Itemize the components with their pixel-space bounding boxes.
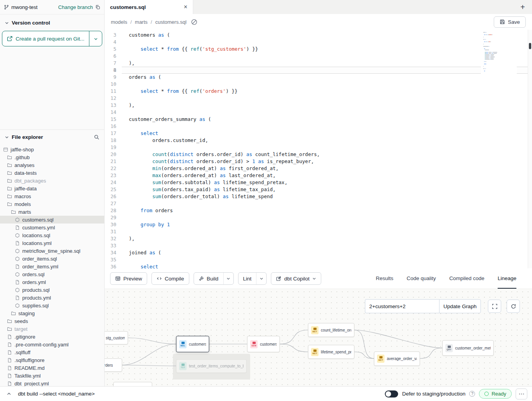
lint-button[interactable]: Lint xyxy=(238,273,256,284)
file-tree-item--sqlfluffignore[interactable]: .sqlfluffignore xyxy=(0,356,104,364)
code-line-28[interactable]: 28 from orders xyxy=(105,207,532,214)
code-line-30[interactable]: 30 group by 1 xyxy=(105,221,532,228)
file-tree-item-macros[interactable]: macros xyxy=(0,192,104,200)
slashed-circle-icon[interactable] xyxy=(190,17,199,27)
file-tree-item-products-yml[interactable]: products.yml xyxy=(0,294,104,302)
file-tree-item-products-sql[interactable]: products.sql xyxy=(0,286,104,294)
file-tree-item-dbt-packages[interactable]: dbt_packages xyxy=(0,177,104,185)
code-line-20[interactable]: 20 count(distinct orders.order_id) as co… xyxy=(105,151,532,158)
preview-button[interactable]: Preview xyxy=(110,272,147,285)
status-badge[interactable]: Ready xyxy=(479,389,512,399)
lineage-panel[interactable]: MDLstg_customersMDLordersMDLcustomersSEM… xyxy=(105,289,532,386)
scrollbar-thumb[interactable] xyxy=(529,43,531,49)
minimap[interactable] xyxy=(481,30,517,84)
more-options-button[interactable]: ⋯ xyxy=(516,389,527,399)
tab-lineage[interactable]: Lineage xyxy=(498,268,516,289)
defer-toggle[interactable] xyxy=(385,390,398,397)
code-line-24[interactable]: 24 sum(orders.subtotal) as lifetime_spen… xyxy=(105,179,532,186)
build-button[interactable]: Build xyxy=(194,273,223,284)
file-tree-item--gitignore[interactable]: .gitignore xyxy=(0,333,104,341)
code-line-7[interactable]: 7), xyxy=(105,60,532,67)
file-tree-item-jaffle-shop[interactable]: jaffle-shop xyxy=(0,145,104,153)
file-tree-item-data-tests[interactable]: data-tests xyxy=(0,169,104,177)
dbt-copilot-button[interactable]: dbt Copilot xyxy=(271,272,321,285)
file-tree-item--github[interactable]: .github xyxy=(0,153,104,161)
build-command-text[interactable]: dbt build --select <model_name> xyxy=(18,391,95,397)
code-line-27[interactable]: 27 xyxy=(105,200,532,207)
file-tree-item-orders-sql[interactable]: orders.sql xyxy=(0,270,104,278)
code-line-4[interactable]: 4 xyxy=(105,39,532,46)
search-icon[interactable] xyxy=(94,134,100,140)
version-control-header[interactable]: Version control xyxy=(0,14,104,31)
file-tree-item-order-items-sql[interactable]: order_items.sql xyxy=(0,255,104,263)
code-line-23[interactable]: 23 max(orders.ordered_at) as last_ordere… xyxy=(105,172,532,179)
code-editor[interactable]: 3customers as (45 select * from {{ ref('… xyxy=(105,30,532,268)
copy-icon[interactable] xyxy=(95,5,100,10)
code-line-32[interactable]: 32), xyxy=(105,235,532,242)
code-line-16[interactable]: 16 xyxy=(105,123,532,130)
file-tree-item--pre-commit-config-yaml[interactable]: .pre-commit-config.yaml xyxy=(0,341,104,348)
lineage-node-average-order-value[interactable]: METaverage_order_value xyxy=(374,351,420,366)
code-line-13[interactable]: 13), xyxy=(105,102,532,109)
fullscreen-button[interactable] xyxy=(488,300,501,313)
code-line-35[interactable]: 35 xyxy=(105,256,532,263)
lineage-node-stg-customers[interactable]: MDLstg_customers xyxy=(105,331,128,344)
file-tree-item-orders-yml[interactable]: orders.yml xyxy=(0,278,104,286)
code-line-36[interactable]: 36 select xyxy=(105,263,532,268)
file-tree-item-supplies-sql[interactable]: supplies.sql xyxy=(0,302,104,309)
save-button[interactable]: Save xyxy=(494,16,526,28)
file-tree-item-customers-yml[interactable]: customers.yml xyxy=(0,224,104,231)
code-line-3[interactable]: 3customers as ( xyxy=(105,32,532,39)
breadcrumb-marts[interactable]: marts xyxy=(135,19,148,25)
lineage-node-orders[interactable]: MDLorders xyxy=(105,358,122,372)
tab-compiled-code[interactable]: Compiled code xyxy=(449,268,484,289)
code-line-22[interactable]: 22 min(orders.ordered_at) as first_order… xyxy=(105,165,532,172)
lineage-node-count-lifetime-orders[interactable]: METcount_lifetime_orders xyxy=(308,323,354,337)
lineage-node-test-order-items-compute-to-bools-[interactable]: TSTtest_order_items_compute_to_bools... xyxy=(176,359,247,373)
file-tree-item-taskfile-yml[interactable]: Taskfile.yml xyxy=(0,372,104,380)
file-tree-item-seeds[interactable]: seeds xyxy=(0,317,104,325)
create-pr-dropdown[interactable] xyxy=(89,31,102,46)
code-line-29[interactable]: 29 xyxy=(105,214,532,221)
editor-scrollbar[interactable] xyxy=(528,30,532,268)
file-tree-item-order-items-yml[interactable]: order_items.yml xyxy=(0,263,104,270)
code-line-21[interactable]: 21 count(distinct orders.order_id) > 1 a… xyxy=(105,158,532,165)
file-tree-item--sqlfluff[interactable]: .sqlfluff xyxy=(0,348,104,356)
update-graph-button[interactable]: Update Graph xyxy=(439,299,481,313)
file-tree-item-customers-sql[interactable]: customers.sql xyxy=(0,216,104,224)
file-tree-item-target[interactable]: target xyxy=(0,325,104,333)
help-icon[interactable]: ? xyxy=(469,391,475,397)
file-tree-item-dbt-project-yml[interactable]: dbt_project.yml xyxy=(0,380,104,386)
code-line-33[interactable]: 33 xyxy=(105,242,532,249)
lineage-selector-input[interactable] xyxy=(365,299,439,313)
create-pr-button[interactable]: Create a pull request on Git... xyxy=(2,31,102,46)
file-tree-item-marts[interactable]: marts xyxy=(0,208,104,216)
lineage-node-lifetime-spend-pretax[interactable]: METlifetime_spend_pretax xyxy=(308,345,354,359)
tab-code-quality[interactable]: Code quality xyxy=(407,268,436,289)
file-tree-item-readme-md[interactable]: README.md xyxy=(0,364,104,372)
tab-results[interactable]: Results xyxy=(376,268,393,289)
code-line-11[interactable]: 11 select * from {{ ref('orders') }} xyxy=(105,88,532,95)
change-branch-link[interactable]: Change branch xyxy=(58,4,93,10)
code-line-26[interactable]: 26 sum(orders.order_total) as lifetime_s… xyxy=(105,193,532,200)
chevron-up-icon[interactable] xyxy=(5,390,13,398)
code-line-12[interactable]: 12 xyxy=(105,95,532,102)
tab-customers-sql[interactable]: customers.sql × xyxy=(105,0,193,14)
code-line-31[interactable]: 31 xyxy=(105,228,532,235)
file-tree-item-locations-yml[interactable]: locations.yml xyxy=(0,239,104,247)
file-tree-item-jaffle-data[interactable]: jaffle-data xyxy=(0,185,104,192)
code-line-8[interactable]: 8 xyxy=(105,67,532,74)
code-line-10[interactable]: 10 xyxy=(105,81,532,88)
code-line-15[interactable]: 15customer_orders_summary as ( xyxy=(105,116,532,123)
breadcrumb-file[interactable]: customers.sql xyxy=(155,19,187,25)
code-line-9[interactable]: 9orders as ( xyxy=(105,74,532,81)
close-icon[interactable]: × xyxy=(184,4,187,10)
code-line-14[interactable]: 14 xyxy=(105,109,532,116)
code-line-6[interactable]: 6 xyxy=(105,53,532,60)
refresh-button[interactable] xyxy=(507,300,520,313)
lint-dropdown[interactable] xyxy=(256,273,266,284)
file-tree-item-staging[interactable]: staging xyxy=(0,309,104,317)
chevron-down-icon[interactable] xyxy=(5,135,9,139)
code-line-25[interactable]: 25 sum(orders.tax_paid) as lifetime_tax_… xyxy=(105,186,532,193)
file-tree-item-locations-sql[interactable]: locations.sql xyxy=(0,231,104,239)
